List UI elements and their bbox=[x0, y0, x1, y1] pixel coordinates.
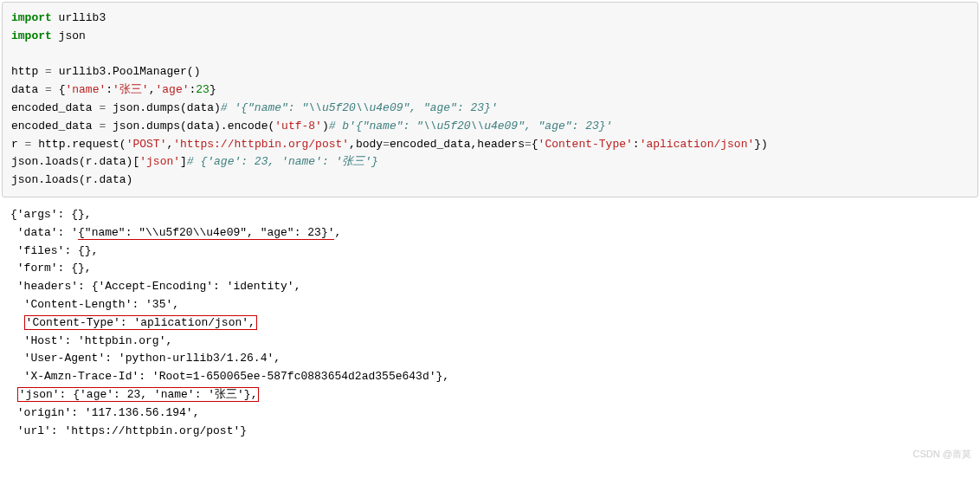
operator: = bbox=[525, 138, 532, 151]
code-text: }) bbox=[754, 138, 768, 151]
number: 23 bbox=[196, 83, 210, 96]
string: 'name' bbox=[65, 83, 106, 96]
string: '张三' bbox=[113, 83, 149, 96]
output-line: 'User-Agent': 'python-urllib3/1.26.4', bbox=[10, 352, 280, 365]
keyword: import bbox=[11, 11, 52, 24]
output-cell: {'args': {}, 'data': '{"name": "\\u5f20\… bbox=[2, 199, 978, 465]
code-text: urllib3.PoolManager() bbox=[52, 65, 201, 78]
string: 'https://httpbin.org/post' bbox=[173, 138, 349, 151]
code-text: } bbox=[210, 83, 216, 96]
output-line: 'files': {}, bbox=[10, 244, 98, 257]
output-line: 'headers': {'Accept-Encoding': 'identity… bbox=[10, 280, 300, 293]
code-text: { bbox=[532, 138, 538, 151]
output-line bbox=[10, 316, 24, 329]
output-line: 'url': 'https://httpbin.org/post'} bbox=[10, 424, 247, 437]
output-line: {'args': {}, bbox=[10, 208, 92, 221]
operator: = bbox=[45, 83, 52, 96]
code-cell: import urllib3 import json http = urllib… bbox=[2, 2, 978, 197]
keyword: import bbox=[11, 29, 52, 42]
code-text: encoded_data bbox=[11, 120, 99, 133]
code-text: encoded_data,headers bbox=[390, 138, 525, 151]
output-line: 'origin': '117.136.56.194', bbox=[10, 406, 199, 419]
code-text: data bbox=[11, 83, 45, 96]
code-text: : bbox=[106, 83, 113, 96]
code-text: json.dumps(data).encode( bbox=[106, 120, 274, 133]
comment: # b'{"name": "\\u5f20\\u4e09", "age": 23… bbox=[329, 120, 613, 133]
string: 'Content-Type' bbox=[538, 138, 633, 151]
output-line: 'Content-Length': '35', bbox=[10, 298, 179, 311]
code-text: encoded_data bbox=[11, 101, 99, 114]
watermark: CSDN @蔷莫 bbox=[913, 447, 971, 462]
comment: # {'age': 23, 'name': '张三'} bbox=[187, 155, 378, 168]
operator: = bbox=[45, 65, 52, 78]
code-text: r bbox=[11, 138, 25, 151]
code-text: { bbox=[52, 83, 66, 96]
code-text: urllib3 bbox=[52, 11, 106, 24]
output-line: 'data': ' bbox=[10, 226, 78, 239]
output-line bbox=[10, 388, 17, 401]
code-text: ] bbox=[180, 155, 187, 168]
code-text: json.loads(r.data)[ bbox=[11, 155, 139, 168]
code-text: http.request( bbox=[31, 138, 126, 151]
comment: # '{"name": "\\u5f20\\u4e09", "age": 23}… bbox=[221, 101, 498, 114]
string: 'utf-8' bbox=[274, 120, 322, 133]
highlight-content-type: 'Content-Type': 'aplication/json', bbox=[24, 315, 257, 330]
output-line: 'form': {}, bbox=[10, 262, 92, 275]
code-text: json.loads(r.data) bbox=[11, 173, 132, 186]
string: 'age' bbox=[155, 83, 189, 96]
operator: = bbox=[383, 138, 390, 151]
output-line: 'Host': 'httpbin.org', bbox=[10, 334, 172, 347]
code-text: http bbox=[11, 65, 45, 78]
code-text: ) bbox=[322, 120, 329, 133]
code-text: ,body bbox=[349, 138, 383, 151]
output-line: , bbox=[334, 226, 341, 239]
highlight-json: 'json': {'age': 23, 'name': '张三'}, bbox=[17, 387, 260, 402]
highlight-data: {"name": "\\u5f20\\u4e09", "age": 23}' bbox=[78, 226, 334, 240]
output-line: 'X-Amzn-Trace-Id': 'Root=1-650065ee-587f… bbox=[10, 370, 449, 383]
code-text: json.dumps(data) bbox=[106, 101, 221, 114]
string: 'json' bbox=[139, 155, 180, 168]
code-text: json bbox=[52, 29, 86, 42]
code-text: : bbox=[633, 138, 640, 151]
string: 'aplication/json' bbox=[640, 138, 755, 151]
string: 'POST' bbox=[126, 138, 167, 151]
